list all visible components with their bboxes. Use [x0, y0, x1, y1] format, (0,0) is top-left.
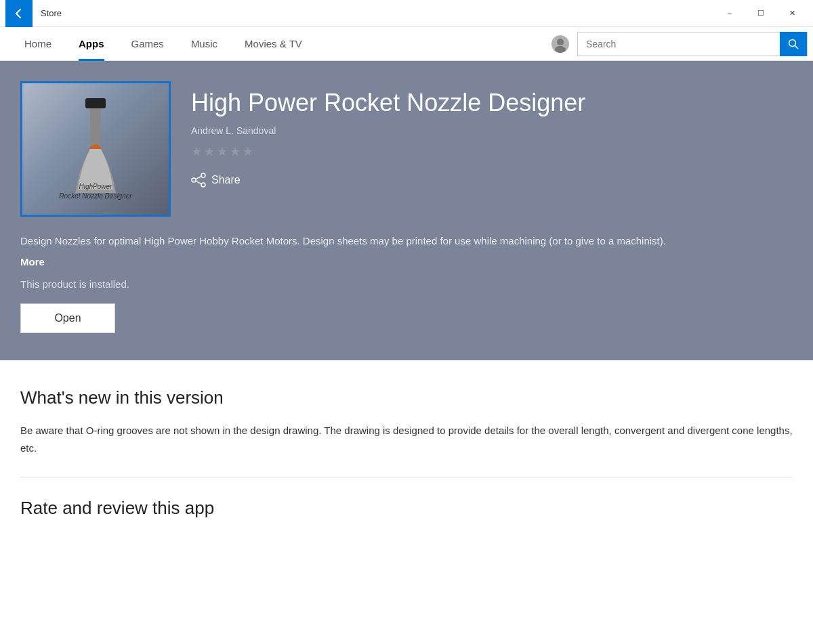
app-title: High Power Rocket Nozzle Designer	[191, 88, 793, 117]
search-container	[577, 32, 808, 56]
open-button[interactable]: Open	[20, 303, 115, 333]
more-link[interactable]: More	[20, 256, 793, 267]
star-4: ★	[230, 144, 241, 159]
nav-games[interactable]: Games	[118, 27, 178, 61]
nav-music[interactable]: Music	[178, 27, 231, 61]
star-3: ★	[217, 144, 228, 159]
app-info: High Power Rocket Nozzle Designer Andrew…	[191, 81, 793, 188]
minimize-button[interactable]: −	[714, 0, 745, 27]
nav-movies[interactable]: Movies & TV	[231, 27, 316, 61]
close-button[interactable]: ✕	[776, 0, 808, 27]
rate-title: Rate and review this app	[20, 498, 793, 519]
search-input[interactable]	[578, 33, 780, 56]
share-button[interactable]: Share	[191, 173, 241, 188]
star-2: ★	[204, 144, 215, 159]
share-icon	[191, 173, 206, 188]
app-thumbnail: HighPower Rocket Nozzle Designer	[20, 81, 171, 217]
navbar: Home Apps Games Music Movies & TV	[0, 27, 813, 61]
svg-point-10	[201, 183, 205, 187]
back-button[interactable]	[5, 0, 33, 27]
svg-point-3	[789, 39, 796, 46]
svg-point-2	[555, 46, 566, 53]
search-icon	[788, 39, 799, 49]
star-1: ★	[191, 144, 202, 159]
whats-new-title: What's new in this version	[20, 387, 793, 408]
search-button[interactable]	[780, 32, 807, 56]
maximize-button[interactable]: ☐	[745, 0, 776, 27]
thumbnail-label: HighPower Rocket Nozzle Designer	[59, 182, 131, 201]
hero-section: HighPower Rocket Nozzle Designer High Po…	[0, 61, 813, 360]
app-description: Design Nozzles for optimal High Power Ho…	[20, 233, 793, 249]
svg-point-1	[557, 39, 564, 45]
titlebar: Store − ☐ ✕	[0, 0, 813, 27]
user-icon	[551, 35, 570, 53]
whats-new-text: Be aware that O-ring grooves are not sho…	[20, 422, 793, 456]
nav-home[interactable]: Home	[11, 27, 65, 61]
svg-line-13	[196, 181, 201, 184]
star-rating: ★ ★ ★ ★ ★	[191, 144, 793, 159]
installed-status: This product is installed.	[20, 278, 793, 290]
star-5: ★	[243, 144, 253, 159]
content-section: What's new in this version Be aware that…	[0, 360, 813, 546]
window-title: Store	[33, 8, 714, 18]
user-account-button[interactable]	[543, 27, 577, 61]
nav-apps[interactable]: Apps	[65, 27, 118, 61]
svg-line-4	[795, 45, 799, 49]
section-divider	[20, 477, 793, 477]
back-icon	[14, 8, 24, 19]
svg-rect-5	[85, 98, 106, 108]
window-controls: − ☐ ✕	[714, 0, 808, 27]
svg-point-9	[201, 173, 205, 177]
svg-point-11	[192, 178, 196, 182]
svg-rect-6	[90, 108, 101, 149]
svg-line-12	[196, 176, 201, 179]
app-author: Andrew L. Sandoval	[191, 125, 793, 136]
